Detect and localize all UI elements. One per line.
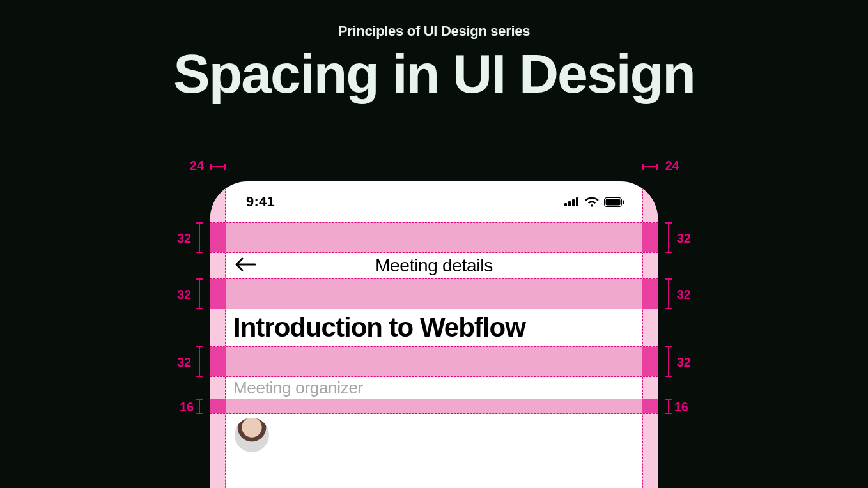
svg-rect-3 [576,197,578,206]
spacing-band-4 [210,399,658,414]
illustration-stage: 24 24 32 32 32 16 32 32 32 16 9:41 [210,181,658,488]
band-corner [642,347,658,376]
organizer-avatar [235,418,269,452]
status-time: 9:41 [246,194,275,210]
band-corner [642,223,658,252]
spacing-band-2 [210,278,658,309]
svg-rect-0 [564,203,567,206]
band-corner [210,347,226,376]
meeting-title: Introduction to Webflow [233,312,525,343]
measure-label-row4-right: 16 [674,400,688,415]
svg-rect-2 [572,199,575,206]
wifi-icon [585,197,599,207]
svg-rect-5 [606,199,621,205]
measure-mark-top-left [210,166,226,167]
measure-label-top-left: 24 [190,158,204,173]
band-corner [642,399,658,413]
nav-bar: Meeting details [226,253,642,278]
measure-mark-row3-right [668,346,669,377]
nav-title: Meeting details [226,255,642,276]
spacing-band-1 [210,222,658,253]
page-heading-row: Introduction to Webflow [226,309,642,346]
svg-rect-1 [568,201,571,206]
spacing-band-3 [210,346,658,377]
section-label-row: Meeting organizer [226,377,642,399]
svg-rect-6 [623,200,624,204]
battery-icon [604,197,624,207]
measure-mark-row3-left [199,346,200,377]
back-arrow-icon[interactable] [235,257,256,275]
measure-mark-row1-right [668,222,669,253]
measure-mark-row2-left [199,278,200,309]
page-header: Principles of UI Design series Spacing i… [0,0,868,101]
organizer-label: Meeting organizer [233,378,363,398]
measure-label-row1-right: 32 [677,231,691,246]
measure-label-row1-left: 32 [177,231,191,246]
phone-frame: 9:41 [210,181,658,488]
measure-mark-top-right [642,166,658,167]
status-bar: 9:41 [210,181,658,222]
band-corner [210,279,226,309]
measure-label-row3-left: 32 [177,355,191,370]
measure-mark-row4-right [668,399,669,414]
measure-label-row2-left: 32 [177,287,191,302]
band-corner [642,279,658,309]
measure-label-top-right: 24 [665,158,679,173]
measure-label-row4-left: 16 [180,400,194,415]
measure-label-row2-right: 32 [677,287,691,302]
measure-mark-row2-right [668,278,669,309]
band-corner [210,399,226,413]
measure-mark-row1-left [199,222,200,253]
measure-mark-row4-left [199,399,200,414]
series-subtitle: Principles of UI Design series [0,23,868,40]
band-corner [210,223,226,252]
page-title: Spacing in UI Design [0,46,868,101]
cellular-icon [564,197,580,206]
measure-label-row3-right: 32 [677,355,691,370]
status-icons [564,197,624,207]
